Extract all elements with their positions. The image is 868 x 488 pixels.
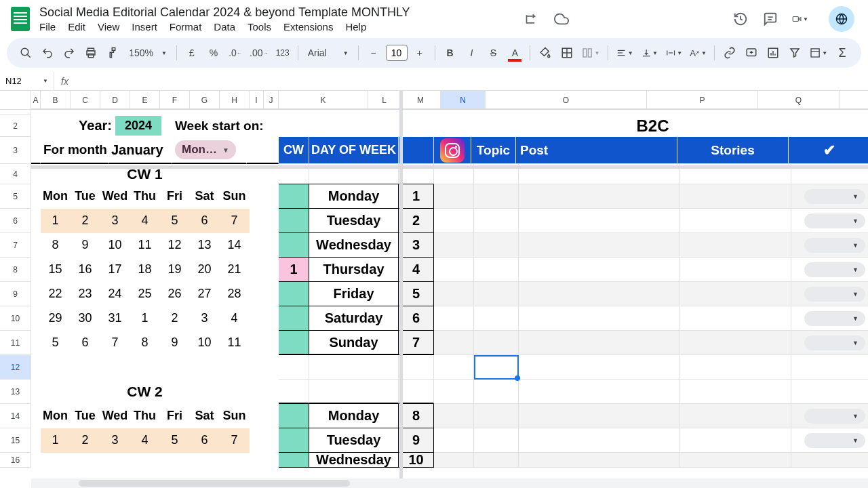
col-header-k[interactable]: K (279, 91, 368, 109)
cell[interactable] (791, 355, 868, 380)
cell[interactable] (247, 137, 279, 164)
row-header-8[interactable]: 8 (0, 258, 31, 282)
cell[interactable] (250, 404, 279, 428)
dropdown-cell[interactable]: ▼ (791, 331, 868, 355)
dropdown-cell[interactable]: ▼ (791, 306, 868, 331)
month-name[interactable]: January (108, 137, 172, 164)
cell[interactable] (519, 404, 680, 428)
cell[interactable] (474, 306, 519, 331)
cell[interactable] (31, 453, 41, 468)
font-select[interactable]: Arial▼ (304, 43, 353, 63)
b2c-header[interactable]: B2C (434, 115, 868, 137)
cal-d[interactable]: 28 (220, 282, 250, 306)
cell[interactable] (680, 209, 791, 233)
cell[interactable] (279, 209, 309, 233)
cell[interactable] (434, 380, 474, 404)
cal-d[interactable]: 1 (41, 428, 71, 453)
day-fri[interactable]: Friday (309, 282, 399, 306)
cell[interactable] (31, 306, 41, 331)
cell[interactable] (680, 355, 791, 380)
col-header-n[interactable]: N (441, 91, 486, 109)
col-header-f[interactable]: F (160, 91, 190, 109)
dropdown-cell[interactable]: ▼ (791, 282, 868, 306)
cal-d[interactable]: 6 (71, 331, 100, 355)
cell[interactable] (434, 453, 474, 468)
cell[interactable] (474, 428, 519, 453)
cal-d[interactable]: 3 (100, 209, 130, 233)
cell[interactable] (474, 453, 519, 468)
cell[interactable] (41, 355, 279, 380)
fill-color-button[interactable] (536, 43, 555, 63)
cal-d[interactable]: 10 (190, 331, 220, 355)
col-header-m[interactable]: M (401, 91, 441, 109)
col-header-e[interactable]: E (130, 91, 160, 109)
currency-button[interactable]: £ (182, 43, 201, 63)
cal-d[interactable]: 12 (160, 233, 190, 258)
sheets-logo[interactable] (7, 5, 34, 33)
cell[interactable] (31, 428, 41, 453)
freeze-bar-vertical[interactable] (399, 91, 403, 488)
day-mon[interactable]: Monday (309, 404, 399, 428)
zoom-select[interactable]: 150%▼ (125, 43, 171, 63)
row-header-13[interactable]: 13 (0, 380, 31, 404)
cell[interactable] (31, 110, 868, 115)
menu-view[interactable]: View (98, 21, 119, 33)
cell[interactable] (31, 258, 41, 282)
cal-d[interactable]: 11 (220, 331, 250, 355)
menu-edit[interactable]: Edit (68, 21, 85, 33)
decrease-decimal-button[interactable]: .0← (226, 43, 245, 63)
cal-d[interactable]: 7 (100, 331, 130, 355)
insert-chart-button[interactable] (764, 43, 783, 63)
cell[interactable] (434, 404, 474, 428)
halign-button[interactable]: ▼ (614, 43, 635, 63)
day-tue[interactable]: Tuesday (309, 209, 399, 233)
cell[interactable] (474, 404, 519, 428)
format-123-button[interactable]: 123 (273, 43, 292, 63)
cell[interactable] (680, 306, 791, 331)
filter-button[interactable] (785, 43, 804, 63)
cal-d[interactable]: 7 (220, 209, 250, 233)
cell[interactable] (519, 355, 680, 380)
cal-d[interactable]: 8 (41, 233, 71, 258)
dropdown-cell[interactable]: ▼ (791, 209, 868, 233)
cell[interactable] (680, 404, 791, 428)
cell[interactable] (474, 282, 519, 306)
menu-help[interactable]: Help (345, 21, 366, 33)
menu-file[interactable]: File (39, 21, 56, 33)
cell[interactable] (279, 380, 309, 404)
dropdown-cell[interactable]: ▼ (791, 233, 868, 258)
cell[interactable] (399, 355, 434, 380)
search-icon[interactable] (16, 43, 35, 63)
cell[interactable] (434, 331, 474, 355)
dow-sun[interactable]: Sun (220, 404, 250, 428)
cell[interactable] (519, 453, 680, 468)
check-header[interactable]: ✔ (789, 137, 868, 164)
col-header-b[interactable]: B (41, 91, 71, 109)
cell[interactable] (519, 380, 680, 404)
cal-d[interactable]: 18 (130, 258, 160, 282)
cell[interactable] (519, 233, 680, 258)
cal-d[interactable]: 7 (220, 428, 250, 453)
font-size-input[interactable] (386, 45, 408, 61)
cell[interactable] (399, 380, 434, 404)
cell[interactable] (31, 331, 41, 355)
cell[interactable] (279, 453, 309, 468)
dow-wed[interactable]: Wed (100, 404, 130, 428)
cell[interactable] (31, 209, 41, 233)
menu-data[interactable]: Data (214, 21, 235, 33)
col-header-q[interactable]: Q (758, 91, 840, 109)
daynum-6[interactable]: 6 (399, 306, 434, 331)
cell[interactable] (250, 428, 279, 453)
row-header-16[interactable]: 16 (0, 453, 31, 468)
cell[interactable] (434, 306, 474, 331)
day-tue[interactable]: Tuesday (309, 428, 399, 453)
cell[interactable] (31, 233, 41, 258)
italic-button[interactable]: I (462, 43, 481, 63)
dow-tue[interactable]: Tue (71, 184, 100, 209)
cell[interactable] (250, 184, 279, 209)
daynum-3[interactable]: 3 (399, 233, 434, 258)
cal-d[interactable]: 3 (100, 428, 130, 453)
day-mon[interactable]: Monday (309, 184, 399, 209)
cal-d[interactable]: 25 (130, 282, 160, 306)
cal-d[interactable]: 9 (160, 331, 190, 355)
